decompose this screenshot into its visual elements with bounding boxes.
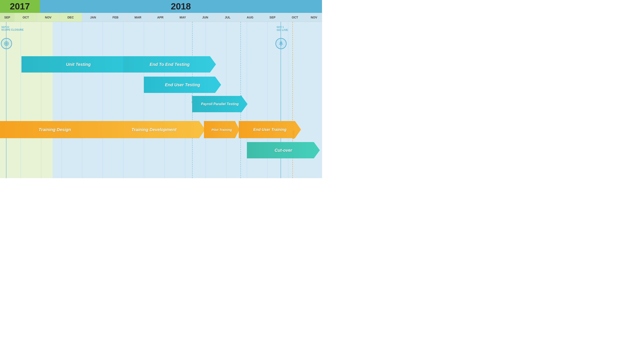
month-nov17: NOV xyxy=(37,13,60,22)
grid-line-jan18 xyxy=(82,22,82,178)
grid-line-apr18 xyxy=(144,22,144,178)
month-apr18: APR xyxy=(149,13,172,22)
month-jan18: JAN xyxy=(82,13,104,22)
training-design-bar: Training Design xyxy=(0,121,110,138)
pilot-training-label: Pilot Training xyxy=(212,128,232,132)
grid-line-feb18 xyxy=(102,22,103,178)
month-mar18: MAR xyxy=(127,13,149,22)
month-feb18: FEB xyxy=(104,13,127,22)
end-user-training-bar: End User Training xyxy=(239,121,301,138)
grid-line-mar18 xyxy=(123,22,124,178)
training-design-label: Training Design xyxy=(39,127,71,132)
grid-line-dec17 xyxy=(62,22,62,178)
end-user-testing-bar: End User Testing xyxy=(144,77,221,93)
go-live-date: NOV 1 xyxy=(277,26,288,28)
payroll-parallel-bar: Payroll Parallel Testing xyxy=(192,96,248,112)
year-2018-header: 2018 xyxy=(40,0,322,13)
training-development-bar: Training Development xyxy=(102,121,205,138)
month-jul18: JUL xyxy=(216,13,239,22)
grid-line-oct17 xyxy=(20,22,21,178)
month-jun18: JUN xyxy=(194,13,216,22)
svg-point-3 xyxy=(280,43,282,43)
scope-closure-date: SEP 22 xyxy=(1,26,24,28)
training-development-label: Training Development xyxy=(132,127,176,132)
year-header: 2017 2018 xyxy=(0,0,322,13)
grid-line-jun18 xyxy=(185,22,185,178)
unit-testing-bar: Unit Testing xyxy=(22,56,135,72)
pilot-training-bar: Pilot Training xyxy=(204,121,239,138)
grid-line-nov17 xyxy=(41,22,41,178)
scope-closure-icon xyxy=(1,38,12,49)
month-may18: MAY xyxy=(172,13,194,22)
payroll-parallel-label: Payroll Parallel Testing xyxy=(201,102,238,106)
scope-closure-name: SCOPE CLOSURE xyxy=(1,28,24,31)
go-live-icon xyxy=(276,38,286,49)
month-sep17: SEP xyxy=(0,13,14,22)
svg-point-2 xyxy=(6,43,7,44)
gantt-chart: 2017 2018 SEP OCT NOV DEC JAN FEB MAR AP… xyxy=(0,0,322,178)
cutover-bar: Cut-over xyxy=(247,142,320,158)
year-2018-label: 2018 xyxy=(171,1,191,11)
go-live-name: GO LIVE xyxy=(277,28,288,31)
go-live-milestone: NOV 1 GO LIVE xyxy=(277,26,288,31)
month-oct18: OCT xyxy=(284,13,306,22)
nov18-label: NOV 18 xyxy=(292,130,295,139)
month-header: SEP OCT NOV DEC JAN FEB MAR APR MAY JUN … xyxy=(0,13,322,22)
unit-testing-label: Unit Testing xyxy=(66,62,91,67)
month-sep18: SEP xyxy=(262,13,284,22)
month-dec17: DEC xyxy=(60,13,82,22)
end-to-end-testing-label: End To End Testing xyxy=(150,62,190,67)
cutover-label: Cut-over xyxy=(274,148,292,153)
month-nov18: NOV xyxy=(306,13,322,22)
end-user-testing-label: End User Testing xyxy=(165,82,200,87)
month-oct17: OCT xyxy=(14,13,37,22)
year-2017-label: 2017 xyxy=(10,1,30,11)
end-user-training-label: End User Training xyxy=(253,127,286,132)
grid-line-may18 xyxy=(164,22,165,178)
end-to-end-testing-bar: End To End Testing xyxy=(123,56,216,72)
year-2017-header: 2017 xyxy=(0,0,40,13)
month-aug18: AUG xyxy=(239,13,261,22)
chart-body: SEP 22 SCOPE CLOSURE NOV 1 GO LIVE xyxy=(0,22,322,178)
scope-closure-milestone: SEP 22 SCOPE CLOSURE xyxy=(1,26,24,31)
